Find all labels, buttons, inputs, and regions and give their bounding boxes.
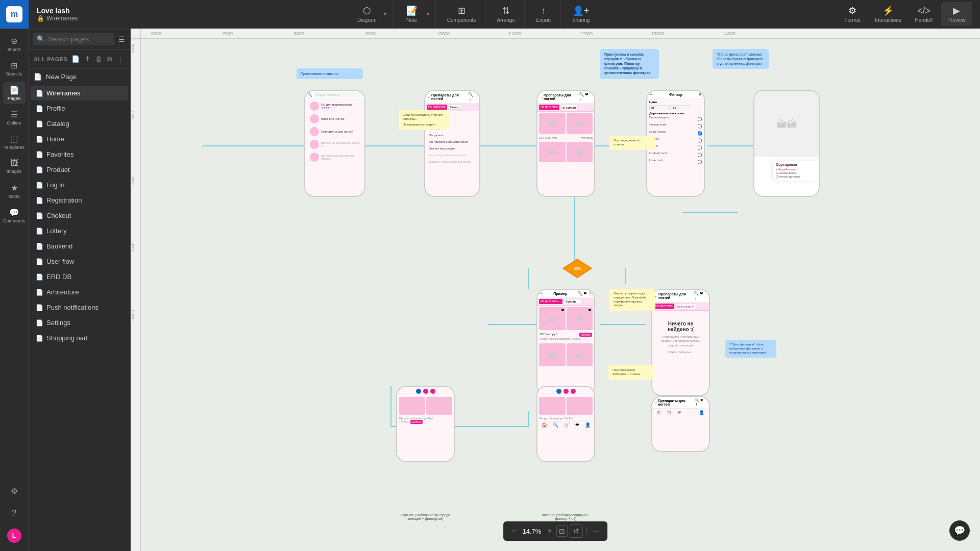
page-file-icon: 📄 <box>36 289 43 296</box>
page-file-icon: 📄 <box>36 166 43 173</box>
project-info: Love lash 🔒 Wireframes <box>29 0 110 28</box>
page-item-arhiteoture[interactable]: 📄Arhiteoture <box>31 285 128 299</box>
more-pages-icon[interactable]: ⋮ <box>115 54 125 64</box>
delete-page-icon[interactable]: 🗑 <box>94 54 104 64</box>
phone-catalog-filtered[interactable]: ← Препараты для ногтей 🔍 ⋮ Из рейтинга Ф… <box>424 90 480 197</box>
ruler-top-mark: 12000 <box>580 31 593 36</box>
page-item-wireframes[interactable]: 📄Wireframes <box>31 86 128 101</box>
page-file-icon: 📄 <box>36 120 43 128</box>
note-dropdown[interactable]: ▾ <box>425 9 431 19</box>
sticky-note-filter-result[interactable]: Подтверждение фильтров... отмена <box>608 365 654 380</box>
sticky-note-1[interactable]: Приставание в каталог <box>297 68 363 79</box>
page-file-icon: 📄 <box>36 258 43 265</box>
note-tool[interactable]: 📝 Note <box>399 2 425 26</box>
page-item-produot[interactable]: 📄Produot <box>31 162 128 177</box>
phone-primer[interactable]: ← Пример 🔍 ❤ ⋮ Из рейтинга ... Фильтр ..… <box>536 289 595 396</box>
sidebar-btn-icons[interactable]: ★ Icons <box>3 180 26 202</box>
page-item-catalog[interactable]: 📄Catalog <box>31 116 128 131</box>
more-zoom-options[interactable]: ⋯ <box>591 527 601 536</box>
page-item-chekout[interactable]: 📄Chekout <box>31 208 128 223</box>
preview-tool[interactable]: ▶ Preview <box>941 2 972 26</box>
export-icon: ↑ <box>541 6 546 16</box>
arrange-tool[interactable]: ⇅ Arrange <box>492 2 520 26</box>
handoff-tool[interactable]: </> Handoff <box>909 3 939 26</box>
sidebar-btn-images[interactable]: 🖼 Images <box>3 155 26 178</box>
diagram-dropdown[interactable]: ▾ <box>382 9 388 19</box>
page-item-profile[interactable]: 📄Profile <box>31 101 128 116</box>
zoom-out-button[interactable]: − <box>509 525 518 537</box>
tool-group-arrange: ⇅ Arrange <box>487 0 525 29</box>
phone-catalog[interactable]: 🔍 Поиск товаров Об для парикмахеров ★★★★ <box>304 90 365 197</box>
interactions-tool[interactable]: ⚡ Interactions <box>870 2 906 26</box>
sticky-note-3[interactable]: "Сброс фильтров" означает сброс выбранны… <box>713 49 769 69</box>
page-item-shopping-oart[interactable]: 📄Shopping oart <box>31 331 128 345</box>
phone-no-results[interactable]: ← Препараты для ногтей 🔍 ❤ ⋮ Из рейтинга… <box>651 289 710 396</box>
sidebar-btn-import[interactable]: ⊕ Import <box>3 33 26 55</box>
page-item-favorites[interactable]: 📄Favorites <box>31 147 128 162</box>
zoom-fit-button[interactable]: ⊡ <box>556 525 568 537</box>
sidebar-btn-help[interactable]: ? <box>3 502 26 524</box>
export-tool[interactable]: ↑ Export <box>531 3 556 26</box>
tool-group-diagram: ⬡ Diagram ▾ <box>348 0 393 29</box>
page-item-home[interactable]: 📄Home <box>31 132 128 146</box>
tool-group-export: ↑ Export <box>527 0 561 29</box>
canvas-area[interactable]: 6000700080009000100001100012000130001400… <box>131 29 980 551</box>
pages-panel: 🔍 ☰ ALL PAGES 📄 ⬆ 🗑 ⧉ ⋮ 📄 New Page 📄Wire… <box>29 29 131 551</box>
add-page-icon[interactable]: 📄 <box>70 54 81 64</box>
search-input[interactable] <box>48 35 110 43</box>
sticky-yellow-2[interactable]: Подтверждение по... отмена <box>609 136 655 150</box>
chat-button[interactable]: 💬 <box>949 520 970 541</box>
search-box: 🔍 <box>33 33 114 45</box>
sticky-yellow-lower[interactable]: Тексты, которые надо переделать: Попробу… <box>609 289 655 311</box>
sidebar-btn-comments[interactable]: 💬 Comments <box>3 204 26 227</box>
app-logo[interactable]: m <box>0 0 29 29</box>
diagram-tool[interactable]: ⬡ Diagram <box>352 2 382 26</box>
duplicate-page-icon[interactable]: ⧉ <box>106 54 113 64</box>
sidebar-btn-pages[interactable]: 📄 Pages <box>3 82 26 104</box>
sharing-tool[interactable]: 👤+ Sharing <box>567 2 595 26</box>
canvas-content[interactable]: 🔍 Поиск товаров Об для парикмахеров ★★★★ <box>141 39 980 551</box>
stencils-icon: ⊞ <box>11 61 17 70</box>
gear-icon: ⚙ <box>11 486 18 496</box>
sidebar-btn-templates[interactable]: ⬚ Templates <box>3 131 26 153</box>
page-item-settings[interactable]: 📄Settings <box>31 315 128 330</box>
phone-bottom-label: Каталог (Заблокирован среди женщин + фил… <box>396 513 455 520</box>
decision-diamond: 50% <box>562 258 593 279</box>
phone-catalog-products[interactable]: ← Препараты для ногтей 🔍 ❤ ⋮ Из рейтинга… <box>536 90 595 197</box>
images-icon: 🖼 <box>10 159 18 168</box>
phone-no-results-2[interactable]: ← Препараты для ногтей 🔍 ❤ ⋮ ⊞ ⊟ ❤ → 👤 <box>651 396 710 452</box>
page-item-user-flow[interactable]: 📄User flow <box>31 254 128 269</box>
templates-icon: ⬚ <box>10 134 18 144</box>
ruler-left-mark: 7000 <box>131 110 135 119</box>
interactions-icon: ⚡ <box>883 5 894 16</box>
phone-bottom-2[interactable]: Ресурс таблица/лук 7.1к Руб. 🏠 🔍 🛒 ❤ 👤 <box>536 386 595 462</box>
page-item-erd-db[interactable]: 📄ERD DB <box>31 269 128 284</box>
page-item-log-in[interactable]: 📄Log in <box>31 178 128 192</box>
components-tool[interactable]: ⊞ Components <box>442 2 481 26</box>
sticky-note-2[interactable]: Приступаем в каталог, вернули выбранных … <box>600 49 659 79</box>
filter-icon[interactable]: ☰ <box>117 34 126 44</box>
phone-sort[interactable]: 🏔🏔 Сортировка • Из рейтинга Сначала всег… <box>753 90 820 197</box>
sidebar-btn-avatar[interactable]: L <box>3 524 26 547</box>
zoom-in-button[interactable]: + <box>545 525 554 537</box>
pages-title: ALL PAGES <box>34 56 67 62</box>
page-item-baokend[interactable]: 📄Baokend <box>31 239 128 254</box>
diagram-icon: ⬡ <box>363 5 371 16</box>
sticky-blue-lower-right[interactable]: "Сброс фильтров" сброс выбранных фильтро… <box>725 340 776 358</box>
page-item-registration[interactable]: 📄Registration <box>31 193 128 208</box>
phone-bottom[interactable]: Ресурс таблица/лук Руб. 100 тыс Куплено <box>396 386 455 462</box>
new-page-button[interactable]: 📄 New Page <box>29 69 130 85</box>
toolbar-tools: ⬡ Diagram ▾ 📝 Note ▾ ⊞ Components ⇅ Arra… <box>110 0 837 29</box>
import-page-icon[interactable]: ⬆ <box>83 54 92 64</box>
sticky-yellow-1[interactable]: Если пользователь отменил фильтры... Пок… <box>399 110 450 130</box>
sidebar-btn-outline[interactable]: ☰ Outline <box>3 106 26 129</box>
sidebar-btn-stencils[interactable]: ⊞ Stencils <box>3 57 26 80</box>
page-item-lottery[interactable]: 📄Lottery <box>31 223 128 238</box>
ruler-top: 6000700080009000100001100012000130001400… <box>141 29 980 39</box>
zoom-level: 14.7% <box>520 528 543 535</box>
undo-button[interactable]: ↺ <box>570 524 583 538</box>
outline-icon: ☰ <box>11 110 18 119</box>
format-tool[interactable]: ⚙ Format <box>837 2 868 26</box>
sidebar-btn-settings[interactable]: ⚙ <box>3 480 26 502</box>
page-item-push-notifications[interactable]: 📄Push notifications <box>31 300 128 315</box>
